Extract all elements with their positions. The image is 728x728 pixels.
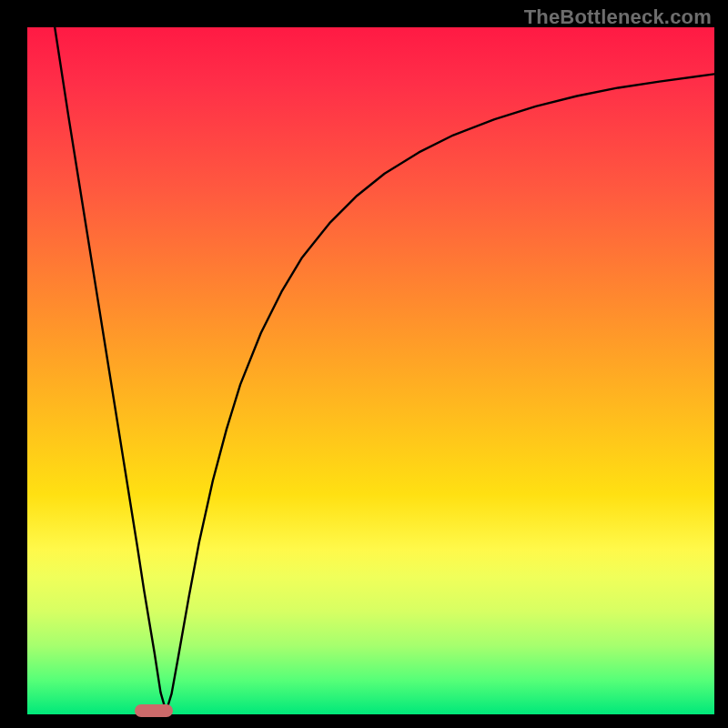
optimal-range-marker — [135, 704, 173, 717]
bottleneck-curve — [0, 0, 728, 728]
chart-frame: TheBottleneck.com — [0, 0, 728, 728]
